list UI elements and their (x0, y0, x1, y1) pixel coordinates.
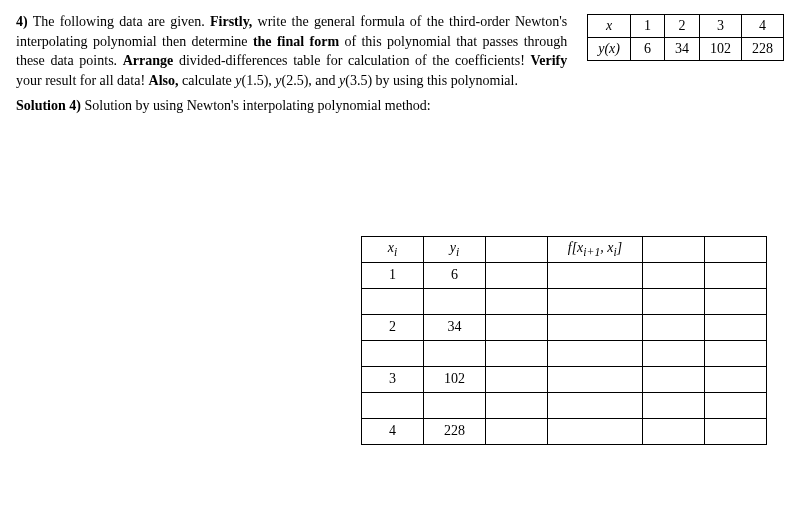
data-table-cell: 102 (700, 38, 742, 61)
dd-header-blank (705, 236, 767, 262)
table-row (362, 392, 767, 418)
table-row: 4 228 (362, 418, 767, 444)
dd-header-blank (486, 236, 548, 262)
question-text: 4) The following data are given. Firstly… (16, 12, 567, 116)
dd-header-xi: xi (362, 236, 424, 262)
question-number: 4) (16, 14, 28, 29)
dd-header-fdd: f[xi+1, xi] (548, 236, 643, 262)
dd-header-yi: yi (424, 236, 486, 262)
data-table-cell: 6 (631, 38, 665, 61)
table-row: 3 102 (362, 366, 767, 392)
data-table-cell: 4 (742, 15, 784, 38)
dd-header-blank (643, 236, 705, 262)
data-table: x 1 2 3 4 y(x) 6 34 102 228 (587, 14, 784, 116)
data-table-cell: 34 (665, 38, 700, 61)
data-table-cell: 228 (742, 38, 784, 61)
solution-line: Solution 4) Solution by using Newton's i… (16, 96, 567, 116)
data-table-header-x: x (588, 15, 631, 38)
table-row (362, 340, 767, 366)
data-table-cell: 2 (665, 15, 700, 38)
table-row (362, 288, 767, 314)
table-row: 1 6 (362, 262, 767, 288)
data-table-cell: 1 (631, 15, 665, 38)
data-table-cell: 3 (700, 15, 742, 38)
table-row: 2 34 (362, 314, 767, 340)
divided-differences-table: xi yi f[xi+1, xi] 1 6 (361, 236, 784, 445)
data-table-header-y: y(x) (588, 38, 631, 61)
